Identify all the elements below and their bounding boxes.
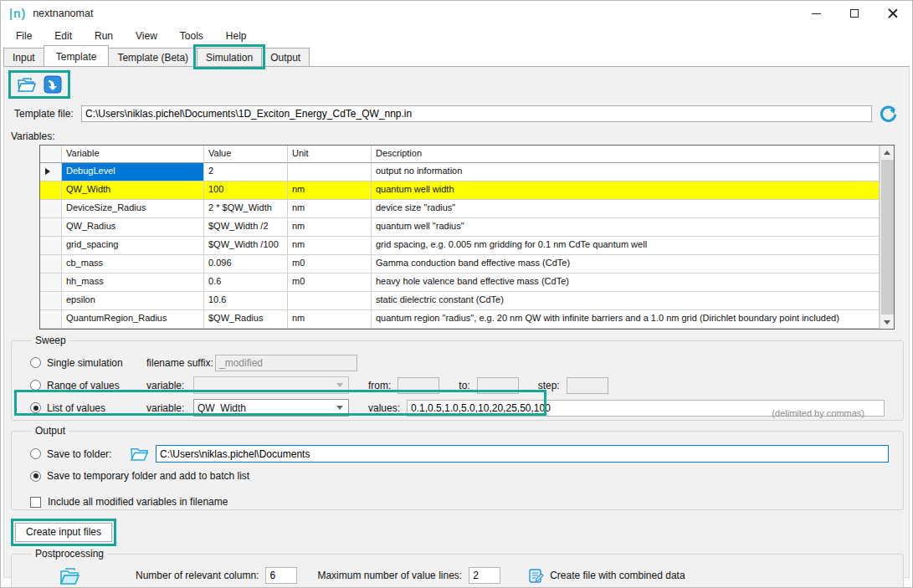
cell-unit[interactable]: nm <box>288 310 372 329</box>
value-lines-input[interactable] <box>469 567 500 584</box>
cell-description[interactable]: grid spacing, e.g. 0.005 nm gridding for… <box>372 237 880 255</box>
cell-description[interactable]: quantum well width <box>372 182 880 200</box>
list-variable-select[interactable]: QW_Width <box>193 399 349 417</box>
cell-description[interactable]: output no information <box>372 163 880 182</box>
cell-unit[interactable]: nm <box>288 237 372 255</box>
cell-description[interactable]: heavy hole valence band effective mass (… <box>372 274 880 292</box>
cell-unit[interactable]: m0 <box>288 255 372 274</box>
col-header-variable[interactable]: Variable <box>62 146 204 163</box>
table-row[interactable]: epsilon 10.6 static dielectric constant … <box>40 292 880 310</box>
row-selector[interactable] <box>40 163 62 182</box>
cell-unit[interactable] <box>288 292 372 310</box>
cell-variable[interactable]: epsilon <box>62 292 204 310</box>
to-input[interactable] <box>477 377 519 394</box>
save-temp-radio[interactable] <box>30 471 41 482</box>
cell-value[interactable]: 2 * $QW_Width <box>204 200 288 218</box>
tab-simulation[interactable]: Simulation <box>197 48 262 66</box>
cell-unit[interactable]: nm <box>288 200 372 218</box>
table-row[interactable]: QuantumRegion_Radius $QW_Radius nm quant… <box>40 310 880 329</box>
cell-unit[interactable] <box>288 163 372 182</box>
table-row[interactable]: DeviceSize_Radius 2 * $QW_Width nm devic… <box>40 200 880 218</box>
cell-variable[interactable]: grid_spacing <box>62 237 204 255</box>
col-header-value[interactable]: Value <box>204 146 288 163</box>
from-input[interactable] <box>398 377 439 394</box>
cell-value[interactable]: 2 <box>204 163 288 182</box>
include-vars-checkbox[interactable] <box>30 497 41 508</box>
table-row[interactable]: QW_Radius $QW_Width /2 nm quantum well "… <box>40 218 880 237</box>
row-selector[interactable] <box>40 274 62 292</box>
list-of-values-radio[interactable] <box>30 402 41 413</box>
close-button[interactable] <box>874 1 912 26</box>
maximize-button[interactable] <box>835 1 874 26</box>
row-selector[interactable] <box>40 218 62 237</box>
cell-value[interactable]: $QW_Radius <box>204 310 288 329</box>
load-template-button[interactable] <box>44 75 62 94</box>
menu-run[interactable]: Run <box>95 30 113 42</box>
single-simulation-radio[interactable] <box>30 357 41 368</box>
table-row[interactable]: DebugLevel 2 output no information <box>40 163 880 182</box>
row-selector[interactable] <box>40 255 62 274</box>
row-selector[interactable] <box>40 292 62 310</box>
step-input[interactable] <box>567 377 608 394</box>
table-row[interactable]: grid_spacing $QW_Width /100 nm grid spac… <box>40 237 880 255</box>
save-to-folder-radio[interactable] <box>30 448 41 459</box>
cell-variable[interactable]: DeviceSize_Radius <box>62 200 204 218</box>
cell-unit[interactable]: m0 <box>288 274 372 292</box>
table-scrollbar[interactable] <box>880 146 894 329</box>
scroll-down-button[interactable] <box>880 315 894 329</box>
output-group-title: Output <box>32 425 69 437</box>
row-selector[interactable] <box>40 200 62 218</box>
table-row[interactable]: QW_Width 100 nm quantum well width <box>40 182 880 200</box>
relevant-column-input[interactable] <box>265 567 297 584</box>
scroll-up-button[interactable] <box>880 146 894 159</box>
minimize-button[interactable] <box>797 1 835 26</box>
tab-template[interactable]: Template <box>44 45 110 66</box>
tab-template-beta[interactable]: Template (Beta) <box>108 48 197 66</box>
row-selector[interactable] <box>40 237 62 255</box>
cell-value[interactable]: 10.6 <box>204 292 288 310</box>
cell-description[interactable]: quantum well "radius" <box>372 218 880 237</box>
row-selector[interactable] <box>40 310 62 329</box>
menu-view[interactable]: View <box>136 30 157 42</box>
menu-file[interactable]: File <box>16 30 32 42</box>
cell-value[interactable]: 100 <box>204 182 288 200</box>
cell-variable[interactable]: hh_mass <box>62 274 204 292</box>
cell-value[interactable]: $QW_Width /2 <box>204 218 288 237</box>
col-header-description[interactable]: Description <box>372 146 880 163</box>
cell-value[interactable]: 0.096 <box>204 255 288 274</box>
cell-value[interactable]: $QW_Width /100 <box>204 237 288 255</box>
cell-description[interactable]: static dielectric constant (CdTe) <box>372 292 880 310</box>
output-folder-input[interactable] <box>156 445 889 463</box>
browse-folder-button[interactable] <box>130 446 149 462</box>
cell-description[interactable]: device size "radius" <box>372 200 880 218</box>
tab-input[interactable]: Input <box>3 48 44 66</box>
cell-description[interactable]: Gamma conduction band effective mass (Cd… <box>372 255 880 274</box>
reload-template-button[interactable] <box>879 105 897 123</box>
open-template-button[interactable] <box>17 76 37 93</box>
cell-value[interactable]: 0.6 <box>204 274 288 292</box>
menu-tools[interactable]: Tools <box>180 30 203 42</box>
cell-variable[interactable]: QW_Radius <box>62 218 204 237</box>
row-selector[interactable] <box>40 182 62 200</box>
scrollbar-thumb[interactable] <box>881 160 894 314</box>
col-header-unit[interactable]: Unit <box>288 146 372 163</box>
table-row[interactable]: cb_mass 0.096 m0 Gamma conduction band e… <box>40 255 880 274</box>
filename-suffix-input[interactable] <box>215 355 357 371</box>
cell-variable[interactable]: QuantumRegion_Radius <box>62 310 204 329</box>
cell-variable[interactable]: QW_Width <box>62 182 204 200</box>
range-variable-select[interactable] <box>193 376 349 394</box>
cell-variable[interactable]: DebugLevel <box>62 163 204 182</box>
create-combined-file-button[interactable]: Create file with combined data <box>529 568 685 583</box>
create-input-files-button[interactable]: Create input files <box>15 523 112 542</box>
menu-edit[interactable]: Edit <box>54 30 72 42</box>
menu-help[interactable]: Help <box>226 30 247 42</box>
postprocessing-folder-button[interactable] <box>59 566 80 585</box>
cell-description[interactable]: quantum region "radius", e.g. 20 nm QW w… <box>372 310 880 329</box>
tab-output[interactable]: Output <box>261 48 310 66</box>
range-of-values-radio[interactable] <box>30 380 41 391</box>
cell-unit[interactable]: nm <box>288 218 372 237</box>
template-file-input[interactable] <box>81 105 872 122</box>
table-row[interactable]: hh_mass 0.6 m0 heavy hole valence band e… <box>40 274 880 292</box>
cell-unit[interactable]: nm <box>288 182 372 200</box>
cell-variable[interactable]: cb_mass <box>62 255 204 274</box>
